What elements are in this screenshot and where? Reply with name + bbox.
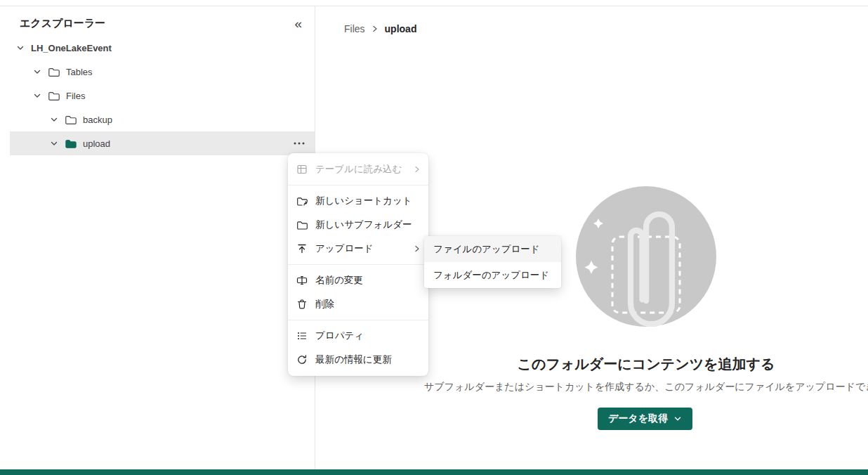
chevron-right-icon [414,165,421,174]
tree-item-label: Files [66,91,85,100]
rename-icon [296,275,308,286]
menu-divider [288,264,428,265]
menu-divider [288,185,428,186]
menu-item-label: 新しいサブフォルダー [315,219,412,231]
menu-item-properties[interactable]: プロパティ [288,324,428,348]
empty-state-title: このフォルダーにコンテンツを追加する [424,355,868,374]
chevron-down-icon[interactable] [32,67,42,76]
menu-item-upload[interactable]: アップロード [288,237,428,261]
menu-item-label: プロパティ [315,330,364,342]
empty-folder-illustration [576,186,716,327]
menu-item-new-subfolder[interactable]: 新しいサブフォルダー [288,213,428,237]
empty-state-description: サブフォルダーまたはショートカットを作成するか、このフォルダーにファイルをアップ… [424,381,868,393]
folder-filled-icon [65,138,77,149]
trash-icon [296,299,308,310]
menu-item-label: 最新の情報に更新 [315,353,392,366]
submenu-item-upload-file[interactable]: ファイルのアップロード [424,236,561,262]
menu-item-label: アップロード [315,242,374,255]
more-options-icon[interactable] [289,138,315,149]
new-folder-icon [296,220,308,230]
folder-icon [48,91,60,101]
tree-item-files[interactable]: Files [10,84,315,108]
tree-item-upload[interactable]: upload [10,131,315,155]
properties-list-icon [296,330,308,341]
folder-icon [65,115,77,125]
folder-icon [48,67,60,77]
breadcrumb: Files upload [344,23,416,34]
chevron-right-icon [414,245,421,253]
context-menu: テーブルに読み込む 新しいショートカット 新しいサブフォルダー アップロード 名… [288,153,428,376]
table-icon [296,164,308,175]
tree-item-root[interactable]: LH_OneLakeEvent [10,36,315,60]
chevron-down-icon [673,415,682,423]
submenu-item-label: フォルダーのアップロード [433,269,549,282]
submenu-item-upload-folder[interactable]: フォルダーのアップロード [424,262,561,288]
bottom-accent-bar [0,469,868,475]
explorer-sidebar: エクスプローラー « LH_OneLakeEvent Tables Files [10,6,315,469]
submenu-item-label: ファイルのアップロード [433,243,540,256]
menu-divider [288,320,428,320]
menu-item-label: テーブルに読み込む [315,163,402,176]
chevron-down-icon[interactable] [32,91,42,100]
tree-item-tables[interactable]: Tables [10,60,315,84]
menu-item-label: 新しいショートカット [315,195,412,207]
chevron-down-icon[interactable] [49,139,59,148]
tree-item-backup[interactable]: backup [10,108,315,131]
menu-item-load-to-table[interactable]: テーブルに読み込む [288,157,428,181]
tree-item-label: Tables [66,67,93,77]
collapse-sidebar-icon[interactable]: « [291,17,305,30]
menu-item-new-shortcut[interactable]: 新しいショートカット [288,189,428,213]
breadcrumb-item-current: upload [385,23,417,34]
upload-icon [296,243,308,254]
menu-item-delete[interactable]: 削除 [288,292,428,316]
chevron-down-icon[interactable] [49,115,59,124]
breadcrumb-item-files[interactable]: Files [344,23,365,34]
chevron-right-icon [371,25,379,33]
menu-item-label: 名前の変更 [315,274,363,287]
menu-item-label: 削除 [315,298,334,311]
menu-item-refresh[interactable]: 最新の情報に更新 [288,348,428,372]
tree-item-label: backup [83,115,112,124]
upload-submenu: ファイルのアップロード フォルダーのアップロード [424,236,561,288]
sidebar-header: エクスプローラー « [10,6,315,36]
sidebar-title: エクスプローラー [20,17,105,30]
new-shortcut-icon [296,196,308,207]
tree-item-label: upload [83,139,110,148]
refresh-icon [296,354,308,365]
get-data-button-label: データを取得 [608,412,668,425]
tree-item-label: LH_OneLakeEvent [31,44,112,53]
chevron-down-icon[interactable] [15,44,25,52]
get-data-button[interactable]: データを取得 [598,408,692,430]
menu-item-rename[interactable]: 名前の変更 [288,268,428,292]
